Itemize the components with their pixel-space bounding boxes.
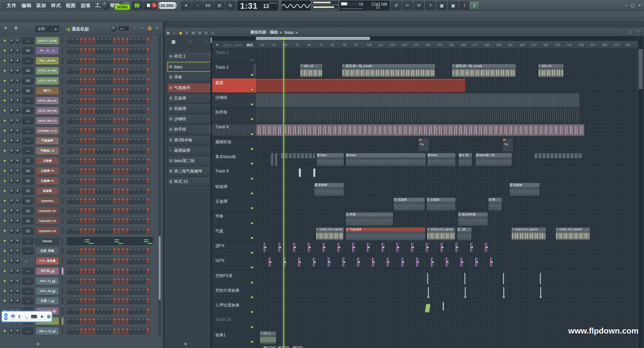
clip[interactable]: 伴奏 — [345, 212, 393, 226]
clip[interactable] — [298, 257, 302, 268]
step-cell[interactable] — [75, 48, 79, 54]
channel-mute-led[interactable] — [3, 89, 6, 92]
step-cell[interactable] — [67, 278, 70, 284]
step-cell[interactable] — [100, 118, 104, 124]
step-cell[interactable] — [67, 248, 70, 254]
step-cell[interactable] — [125, 118, 129, 124]
step-cell[interactable] — [92, 48, 95, 54]
step-cell[interactable] — [125, 198, 129, 204]
step-cell[interactable] — [92, 218, 95, 224]
step-cell[interactable] — [105, 198, 108, 204]
channel-mute-led[interactable] — [3, 139, 6, 142]
step-cell[interactable] — [84, 38, 87, 44]
step-cell[interactable] — [121, 258, 124, 264]
step-cell[interactable] — [67, 148, 70, 154]
step-cell[interactable] — [92, 228, 95, 234]
channel-mute-led[interactable] — [3, 119, 6, 122]
step-cell[interactable] — [92, 68, 95, 74]
step-cell[interactable] — [100, 248, 104, 254]
step-cell[interactable] — [125, 318, 129, 324]
channel-selector-strip[interactable] — [62, 178, 63, 185]
step-cell[interactable] — [100, 168, 104, 174]
channel-selector-strip[interactable] — [62, 268, 63, 275]
step-cell[interactable] — [117, 258, 120, 264]
step-cell[interactable] — [129, 198, 133, 204]
step-cell[interactable] — [113, 168, 116, 174]
step-cell[interactable] — [88, 78, 91, 84]
step-cell[interactable] — [121, 78, 124, 84]
step-cell[interactable] — [75, 318, 79, 324]
channel-selector-strip[interactable] — [62, 278, 63, 285]
step-cell[interactable] — [125, 208, 129, 214]
channel-mute-led[interactable] — [3, 290, 6, 292]
clip[interactable]: VVE1 FX..cal 04 — [427, 227, 455, 241]
channel-mute-led[interactable] — [3, 199, 6, 202]
step-cell[interactable] — [92, 208, 95, 214]
channel-pan-knob[interactable] — [9, 269, 14, 274]
track-header[interactable]: 出FX··· — [212, 256, 256, 271]
step-cell[interactable] — [138, 248, 141, 254]
step-cell[interactable] — [109, 68, 112, 74]
step-cell[interactable] — [138, 138, 141, 144]
step-cell[interactable] — [67, 208, 70, 214]
channel-volume-knob[interactable] — [15, 78, 20, 83]
info-button[interactable] — [460, 1, 470, 10]
channel-selector-strip[interactable] — [62, 258, 63, 265]
step-cell[interactable] — [133, 78, 137, 84]
save-as-button[interactable] — [448, 1, 458, 10]
step-cell[interactable] — [96, 278, 100, 284]
master-pitch-slider[interactable] — [313, 1, 338, 4]
close-icon[interactable]: × — [638, 3, 641, 8]
step-cell[interactable] — [142, 318, 145, 324]
step-cell[interactable] — [92, 298, 95, 304]
menu-item[interactable]: 文件 — [7, 3, 17, 9]
step-cell[interactable] — [75, 168, 79, 174]
channel-target-display[interactable]: 19 — [22, 207, 34, 214]
step-cell[interactable] — [105, 268, 108, 274]
clip[interactable] — [443, 302, 444, 310]
clip[interactable] — [411, 242, 415, 253]
step-cell[interactable] — [71, 78, 74, 84]
step-cell[interactable] — [117, 128, 120, 134]
channel-button[interactable]: hexian — [36, 237, 59, 245]
clip[interactable] — [430, 257, 434, 268]
step-cell[interactable] — [121, 168, 124, 174]
step-cell[interactable] — [88, 148, 91, 154]
step-cell[interactable] — [146, 128, 150, 134]
step-cell[interactable] — [75, 258, 79, 264]
clip[interactable] — [470, 242, 474, 253]
mute-icon[interactable] — [198, 30, 201, 35]
clip[interactable]: VVE1 FX..cal 04 — [316, 227, 344, 241]
step-cell[interactable] — [125, 278, 129, 284]
step-cell[interactable] — [105, 68, 108, 74]
step-cell[interactable] — [117, 158, 120, 164]
step-cell[interactable] — [79, 158, 83, 164]
track-header[interactable]: 效果1··· — [212, 331, 256, 345]
channel-volume-knob[interactable] — [15, 238, 20, 243]
step-cell[interactable] — [96, 168, 100, 174]
track-header[interactable]: 进FX··· — [212, 241, 256, 256]
step-cell[interactable] — [142, 138, 145, 144]
step-cell[interactable] — [125, 258, 129, 264]
step-cell[interactable] — [117, 108, 120, 114]
step-cell[interactable] — [109, 138, 112, 144]
step-cell[interactable] — [100, 268, 104, 274]
step-cell[interactable] — [146, 248, 150, 254]
step-cell[interactable] — [84, 128, 87, 134]
record-filter-icon[interactable] — [14, 25, 17, 30]
channel-volume-knob[interactable] — [15, 158, 20, 163]
step-cell[interactable] — [129, 278, 133, 284]
step-cell[interactable] — [105, 138, 108, 144]
step-cell[interactable] — [121, 318, 124, 324]
step-cell[interactable] — [138, 78, 141, 84]
step-cell[interactable] — [113, 158, 116, 164]
step-cell[interactable] — [117, 208, 120, 214]
step-cell[interactable] — [113, 268, 116, 274]
step-cell[interactable] — [92, 178, 95, 184]
clip[interactable] — [366, 242, 370, 253]
step-cell[interactable] — [96, 158, 100, 164]
ime-tool-icon[interactable]: 中 — [11, 314, 15, 320]
channel-button[interactable]: VES2..fter 01 — [36, 97, 59, 105]
step-cell[interactable] — [67, 178, 70, 184]
track-header[interactable]: Track 2··· — [212, 63, 256, 78]
